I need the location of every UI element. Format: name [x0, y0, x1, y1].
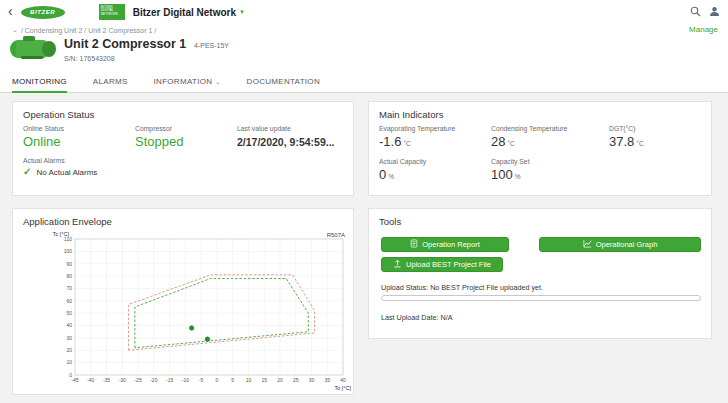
tab-monitoring[interactable]: MONITORING: [12, 72, 67, 93]
breadcrumb[interactable]: ⌄ / Condensing Unit 2 / Unit 2 Compresso…: [12, 26, 156, 34]
last-update-label: Last value update: [237, 125, 343, 132]
app-title: Bitzer Digital Network: [133, 7, 236, 18]
actual-alarms-value: No Actual Alarms: [36, 168, 97, 177]
svg-text:15: 15: [261, 377, 267, 383]
online-status-label: Online Status: [23, 125, 135, 132]
svg-text:R507A: R507A: [327, 232, 345, 238]
indicator-condensing-temperature: Condensing Temperature 28°C: [491, 125, 609, 149]
svg-text:0: 0: [215, 377, 218, 383]
indicator-dgt: DGT(°C) 37.8°C: [609, 125, 701, 149]
svg-text:-45: -45: [71, 377, 78, 383]
bitzer-logo[interactable]: BITZER: [21, 6, 65, 19]
indicator-capacity-set: Capacity Set 100%: [491, 158, 609, 182]
tools-card: Tools Operation Report Operational Graph…: [368, 208, 712, 339]
user-account-icon[interactable]: [709, 3, 720, 21]
svg-text:40: 40: [340, 377, 346, 383]
online-status-value: Online: [23, 134, 135, 149]
card-title: Application Envelope: [13, 209, 353, 230]
bitzer-digital-network-logo[interactable]: BITZER DIGITAL NETWORK: [99, 4, 125, 20]
svg-text:-25: -25: [134, 377, 141, 383]
compressor-image: [8, 34, 58, 65]
breadcrumb-path[interactable]: / Condensing Unit 2 / Unit 2 Compressor …: [21, 27, 156, 34]
top-header: ‹ BITZER BITZER DIGITAL NETWORK Bitzer D…: [0, 0, 728, 24]
unit-serial: S/N: 176543208: [64, 55, 115, 62]
manage-link[interactable]: Manage: [689, 25, 718, 34]
svg-text:-40: -40: [87, 377, 94, 383]
operation-report-button[interactable]: Operation Report: [381, 237, 509, 252]
svg-text:-35: -35: [103, 377, 110, 383]
unit-model: 4-PES-15Y: [194, 42, 229, 49]
search-icon[interactable]: [690, 3, 701, 21]
compressor-state-value: Stopped: [135, 134, 237, 149]
application-envelope-card: Application Envelope 0102030405060708090…: [12, 208, 354, 395]
svg-text:50: 50: [66, 310, 72, 316]
svg-text:-10: -10: [182, 377, 189, 383]
svg-text:25: 25: [293, 377, 299, 383]
svg-text:20: 20: [277, 377, 283, 383]
svg-text:-30: -30: [119, 377, 126, 383]
card-title: Main Indicators: [369, 102, 711, 123]
chevron-down-icon: ⌄: [215, 72, 220, 92]
svg-text:35: 35: [324, 377, 330, 383]
operation-status-card: Operation Status Online Status Online Co…: [12, 101, 354, 196]
svg-text:10: 10: [66, 359, 72, 365]
svg-text:30: 30: [66, 335, 72, 341]
operational-graph-button[interactable]: Operational Graph: [539, 237, 701, 252]
main-indicators-card: Main Indicators Evaporating Temperature …: [368, 101, 712, 196]
indicator-evaporating-temperature: Evaporating Temperature -1.6°C: [379, 125, 491, 149]
indicator-actual-capacity: Actual Capacity 0%: [379, 158, 491, 182]
app-title-menu[interactable]: Bitzer Digital Network ▼: [133, 7, 245, 18]
page-title: Unit 2 Compressor 1: [64, 37, 186, 51]
last-upload-date-text: Last Upload Date: N/A: [381, 313, 453, 322]
svg-text:10: 10: [246, 377, 252, 383]
chevron-down-icon: ▼: [239, 9, 245, 15]
report-icon: [410, 239, 418, 250]
svg-text:100: 100: [64, 248, 73, 254]
card-title: Operation Status: [13, 102, 353, 123]
bitzer-logo-text: BITZER: [30, 9, 55, 15]
svg-text:-15: -15: [166, 377, 173, 383]
upload-status-text: Upload Status: No BEST Project File uplo…: [381, 283, 543, 292]
svg-text:-5: -5: [199, 377, 204, 383]
breadcrumb-collapse-icon[interactable]: ⌄: [12, 26, 18, 34]
check-icon: ✓: [23, 167, 31, 177]
actual-alarms-label: Actual Alarms: [23, 157, 343, 164]
card-title: Tools: [369, 209, 711, 230]
svg-text:-20: -20: [150, 377, 157, 383]
compressor-state-label: Compressor: [135, 125, 237, 132]
tab-bar: MONITORING ALARMS INFORMATION ⌄ DOCUMENT…: [0, 72, 728, 93]
graph-icon: [583, 239, 592, 250]
tab-documentation[interactable]: DOCUMENTATION: [247, 72, 320, 92]
application-envelope-chart: 0102030405060708090100110-45-40-35-30-25…: [13, 229, 355, 393]
svg-text:90: 90: [66, 261, 72, 267]
svg-text:40: 40: [66, 322, 72, 328]
upload-best-project-file-button[interactable]: Upload BEST Project File: [381, 257, 503, 272]
svg-text:80: 80: [66, 273, 72, 279]
upload-progress-bar: [381, 295, 701, 301]
svg-text:70: 70: [66, 285, 72, 291]
svg-text:To [°C]: To [°C]: [334, 385, 351, 391]
tab-alarms[interactable]: ALARMS: [93, 72, 128, 92]
last-update-value: 2/17/2020, 9:54:59...: [237, 136, 343, 148]
back-chevron-icon[interactable]: ‹: [8, 4, 13, 18]
svg-text:5: 5: [231, 377, 234, 383]
svg-text:Tc [°C]: Tc [°C]: [53, 231, 70, 237]
tab-information[interactable]: INFORMATION ⌄: [154, 72, 221, 92]
bdn-logo-text: BITZER DIGITAL NETWORK: [101, 5, 118, 17]
svg-text:60: 60: [66, 298, 72, 304]
svg-text:20: 20: [66, 347, 72, 353]
upload-icon: [393, 259, 402, 270]
svg-text:30: 30: [309, 377, 315, 383]
